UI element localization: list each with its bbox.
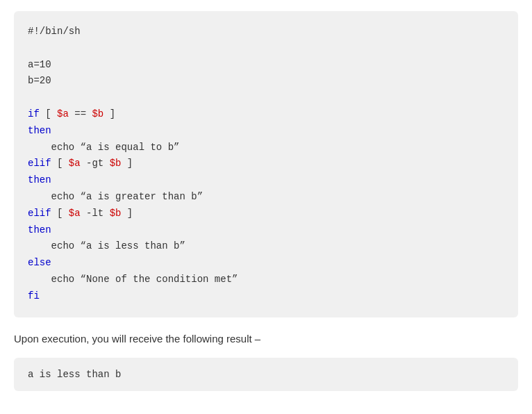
- code-line: echo “a is equal to b”: [28, 140, 504, 156]
- output-text: a is less than b: [28, 369, 121, 380]
- code-line: #!/bin/sh: [28, 24, 504, 40]
- code-line: else: [28, 255, 504, 272]
- code-line: a=10: [28, 57, 504, 74]
- code-line: then: [28, 222, 504, 239]
- output-block: a is less than b: [14, 358, 518, 391]
- code-line: fi: [28, 288, 504, 305]
- code-line: b=20: [28, 73, 504, 90]
- code-line: echo “None of the condition met”: [28, 272, 504, 288]
- code-line: echo “a is less than b”: [28, 238, 504, 255]
- code-block: #!/bin/sh a=10b=20 if [ $a == $b ]then e…: [14, 11, 518, 317]
- code-line: elif [ $a -lt $b ]: [28, 206, 504, 222]
- code-line: if [ $a == $b ]: [28, 106, 504, 123]
- code-line: then: [28, 123, 504, 140]
- description-text: Upon execution, you will receive the fol…: [14, 331, 518, 347]
- code-line: [28, 90, 504, 106]
- code-line: [28, 40, 504, 57]
- code-line: elif [ $a -gt $b ]: [28, 156, 504, 172]
- code-line: then: [28, 172, 504, 189]
- code-line: echo “a is greater than b”: [28, 189, 504, 206]
